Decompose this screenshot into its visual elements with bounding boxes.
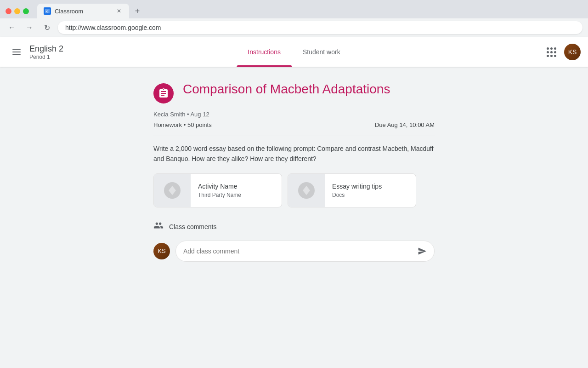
minimize-window-button[interactable] [14, 8, 20, 14]
points-separator: • [184, 121, 187, 128]
tab-bar: c Classroom ✕ + [37, 4, 144, 18]
assignment-title: Comparison of Macbeth Adaptations [183, 81, 390, 97]
class-period: Period 1 [29, 54, 63, 60]
address-bar: ← → ↻ [0, 18, 588, 37]
new-tab-button[interactable]: + [131, 5, 144, 17]
send-icon [418, 247, 427, 256]
header-actions: KS [542, 43, 581, 61]
maximize-window-button[interactable] [23, 8, 29, 14]
assignment-due: Due Aug 14, 10:00 AM [375, 121, 435, 128]
attachment-name-essay: Essay writing tips [332, 183, 382, 190]
comment-input[interactable] [183, 247, 414, 255]
tab-close-button[interactable]: ✕ [115, 7, 123, 15]
attachment-info-essay: Essay writing tips Docs [325, 177, 389, 204]
tab-favicon: c [44, 7, 51, 15]
attachment-thumbnail-essay [288, 174, 325, 207]
close-window-button[interactable] [6, 8, 11, 14]
points-value: 50 points [187, 121, 212, 128]
menu-button[interactable] [7, 43, 26, 61]
class-info: English 2 Period 1 [29, 44, 63, 60]
app-header: English 2 Period 1 Instructions Student … [0, 37, 588, 67]
attachment-type-essay: Docs [332, 192, 382, 198]
send-comment-button[interactable] [414, 243, 430, 259]
commenter-avatar: KS [153, 243, 170, 259]
attachment-info-activity: Activity Name Third Party Name [191, 177, 249, 204]
attachment-card-essay[interactable]: Essay writing tips Docs [288, 173, 416, 207]
assignment-date: Aug 12 [190, 111, 209, 118]
attachment-card-activity[interactable]: Activity Name Third Party Name [153, 173, 282, 207]
comments-icon [153, 220, 164, 233]
user-avatar[interactable]: KS [564, 44, 581, 60]
third-party-icon [163, 181, 181, 200]
assignment-description: Write a 2,000 word essay based on the fo… [153, 144, 435, 164]
assignment-author: Kecia Smith [153, 111, 185, 118]
forward-button[interactable]: → [23, 21, 36, 34]
attachment-type-activity: Third Party Name [198, 192, 241, 198]
comments-section: Class comments KS [153, 220, 435, 262]
comment-input-wrap [175, 241, 435, 262]
main-content: Comparison of Macbeth Adaptations Kecia … [0, 67, 588, 363]
header-nav: Instructions Student work [237, 37, 351, 67]
title-bar: c Classroom ✕ + [0, 0, 588, 18]
docs-icon [297, 181, 316, 200]
assignment-points-row: Homework • 50 points Due Aug 14, 10:00 A… [153, 121, 435, 128]
browser-tab[interactable]: c Classroom ✕ [37, 4, 129, 18]
refresh-button[interactable]: ↻ [40, 21, 53, 34]
apps-button[interactable] [542, 43, 560, 61]
assignment-meta: Kecia Smith • Aug 12 [153, 111, 435, 118]
tab-title: Classroom [55, 8, 83, 15]
tab-student-work[interactable]: Student work [292, 37, 351, 67]
url-input[interactable] [58, 21, 582, 34]
grid-icon [547, 47, 556, 57]
comment-input-row: KS [153, 241, 435, 262]
divider [153, 136, 435, 136]
class-name: English 2 [29, 44, 63, 54]
browser-chrome: c Classroom ✕ + ← → ↻ [0, 0, 588, 37]
back-button[interactable]: ← [6, 21, 18, 34]
svg-text:c: c [46, 9, 49, 13]
attachment-name-activity: Activity Name [198, 183, 241, 190]
comments-header: Class comments [153, 220, 435, 233]
comments-title: Class comments [169, 223, 216, 230]
assignment-header: Comparison of Macbeth Adaptations [153, 81, 435, 104]
assignment-card: Comparison of Macbeth Adaptations Kecia … [142, 81, 446, 262]
assignment-type: Homework [153, 121, 182, 128]
tab-instructions[interactable]: Instructions [237, 37, 292, 67]
attachments-container: Activity Name Third Party Name Essay wri… [153, 173, 435, 207]
clipboard-icon [158, 88, 169, 99]
hamburger-icon [12, 49, 21, 55]
assignment-icon [153, 83, 174, 104]
assignment-points: Homework • 50 points [153, 121, 212, 128]
attachment-thumbnail-activity [154, 174, 191, 207]
window-controls [6, 8, 29, 14]
